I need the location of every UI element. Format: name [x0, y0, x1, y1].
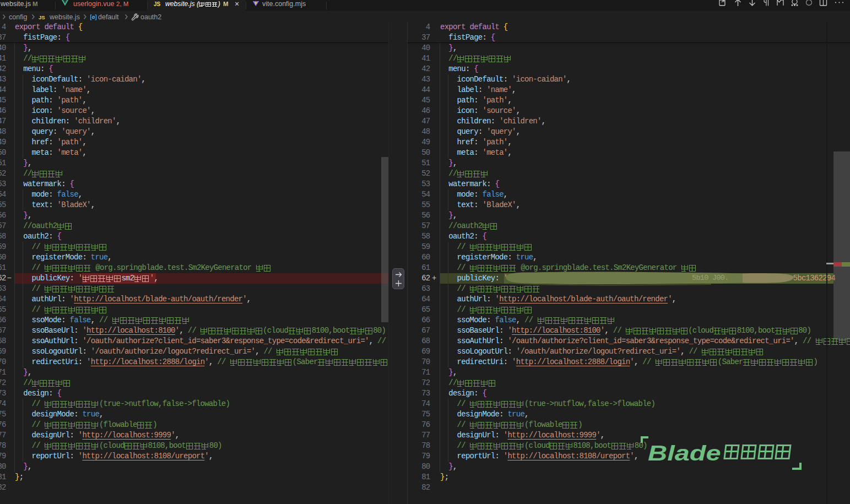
svg-text:5b10 J00.: 5b10 J00.	[692, 274, 729, 282]
